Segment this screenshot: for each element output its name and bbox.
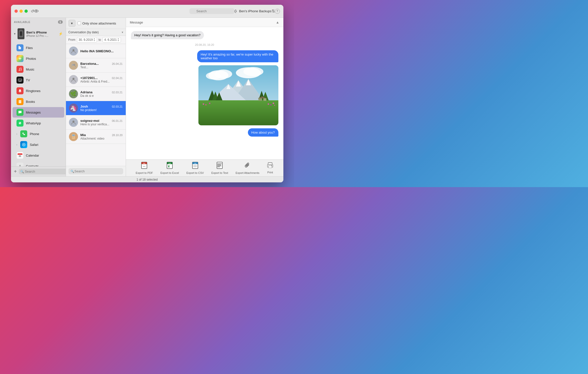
main-content: AVAILABLE 1 ▾ Ben's iPhone iPhone 12 Pro…: [11, 18, 283, 176]
available-count-badge: 1: [58, 20, 63, 24]
svg-point-51: [205, 104, 206, 106]
conv-item-phone[interactable]: +1872901... 02.04.21 Airbnb: Anita & Fre…: [66, 73, 126, 87]
available-label: AVAILABLE: [14, 21, 30, 24]
message-body: Hey! How's it going? Having a good vacat…: [126, 27, 283, 159]
sidebar-item-calendar-label: Calendar: [26, 154, 39, 157]
add-button[interactable]: +: [14, 169, 17, 174]
svg-point-55: [273, 103, 274, 104]
conv-item-mia[interactable]: Mia 28.10.20 Attachment: video: [66, 130, 126, 144]
conv-preview-barcelona: Test...: [80, 66, 123, 69]
conv-search-input[interactable]: [68, 168, 123, 174]
calendar-icon: 21: [16, 152, 23, 159]
chevron-down-icon: ▾: [71, 21, 73, 25]
sidebar: AVAILABLE 1 ▾ Ben's iPhone iPhone 12 Pro…: [11, 18, 66, 176]
msg-image-attachment[interactable]: [198, 65, 278, 125]
print-button[interactable]: Print: [267, 162, 273, 174]
svg-point-11: [19, 70, 20, 71]
sidebar-item-whatsapp-label: WhatsApp: [26, 121, 41, 125]
sidebar-item-contacts[interactable]: Contacts: [12, 161, 64, 166]
sort-button[interactable]: ⇅: [272, 9, 275, 14]
conv-date-phone: 02.04.21: [112, 77, 123, 80]
device-item[interactable]: ▾ Ben's iPhone iPhone 12 Pro –... ⚡: [11, 26, 66, 41]
sidebar-search-input[interactable]: [19, 169, 69, 174]
conv-item-josh[interactable]: 🦄 Josh 02.03.21 No problem!: [66, 101, 126, 115]
ringtones-icon: [16, 87, 23, 94]
conv-search-wrapper: 🔍: [66, 166, 126, 176]
sidebar-item-calendar[interactable]: 21 Calendar: [12, 150, 64, 161]
conv-item-barcelona[interactable]: Barcelona... 26.04.21 Test...: [66, 58, 126, 73]
export-excel-button[interactable]: XLS Export to Excel: [160, 162, 179, 174]
maximize-button[interactable]: [24, 10, 28, 13]
minimize-button[interactable]: [19, 10, 23, 13]
refresh-button[interactable]: ↺: [31, 9, 34, 14]
conv-item-ina[interactable]: Hello INA SIMEONO...: [66, 44, 126, 58]
to-label: to: [98, 38, 101, 42]
conv-top-josh: Josh 02.03.21: [80, 105, 123, 108]
sidebar-footer: + 🔍: [11, 166, 66, 176]
sidebar-item-books[interactable]: Books: [12, 96, 64, 107]
svg-rect-2: [20, 31, 22, 32]
sidebar-item-music[interactable]: Music: [12, 64, 64, 75]
contacts-icon: [16, 163, 23, 166]
conv-top-mia: Mia 28.10.20: [80, 133, 123, 137]
sidebar-item-tv[interactable]: TV TV: [12, 75, 64, 85]
sidebar-item-ringtones[interactable]: Ringtones: [12, 86, 64, 96]
usb-icon: ⚡: [58, 32, 63, 36]
svg-point-25: [72, 78, 74, 80]
conv-avatar-soignez: [69, 118, 78, 127]
conv-preview-mia: Attachment: video: [80, 137, 123, 140]
export-text-button[interactable]: Export to Text: [211, 162, 228, 174]
attachments-checkbox[interactable]: [77, 22, 81, 25]
svg-point-32: [206, 72, 221, 80]
photos-icon: [16, 55, 23, 62]
sidebar-available-header: AVAILABLE 1: [11, 18, 66, 26]
conv-info-soignez: soignez-moi 06.01.21 Here is your verifi…: [80, 119, 123, 126]
conv-item-adriana[interactable]: 🌿 Adriana 02.03.21 Da ok si e: [66, 87, 126, 101]
export-pdf-button[interactable]: PDF ■ ■ ■ Export to PDF: [136, 162, 153, 174]
sidebar-item-photos[interactable]: Photos: [12, 53, 64, 64]
sidebar-item-messages[interactable]: Messages: [12, 107, 64, 118]
svg-point-56: [274, 105, 275, 106]
eye-button[interactable]: [34, 9, 38, 14]
collapse-message-button[interactable]: ▲: [276, 20, 279, 24]
from-date-spinner[interactable]: ▲ ▼: [93, 38, 95, 42]
export-attachments-button[interactable]: Export Attachments: [236, 162, 259, 174]
attachments-toggle[interactable]: Only show attachments: [77, 22, 116, 25]
from-date-input[interactable]: 30. 9.2019 ▲ ▼: [77, 37, 97, 43]
export-pdf-label: Export to PDF: [136, 171, 153, 174]
sidebar-item-phone[interactable]: › Phone: [12, 129, 64, 139]
to-date-spinner[interactable]: ▲ ▼: [117, 38, 119, 42]
window-controls: [14, 10, 28, 13]
sidebar-item-whatsapp[interactable]: WhatsApp: [12, 118, 64, 128]
message-panel: Message ▲ Hey! How's it going? Having a …: [126, 18, 283, 176]
conv-name-adriana: Adriana: [80, 90, 92, 94]
svg-point-52: [209, 103, 210, 104]
conv-sort-bar: Conversation (by date) ▾: [68, 31, 123, 34]
conv-preview-josh: No problem!: [80, 108, 123, 112]
conv-avatar-mia: [69, 132, 78, 141]
svg-rect-72: [217, 162, 222, 169]
messages-icon: [16, 109, 23, 116]
sidebar-item-safari[interactable]: › Safari: [12, 139, 64, 150]
conv-info-ina: Hello INA SIMEONO...: [80, 49, 123, 53]
conv-avatar-barcelona: [69, 61, 78, 70]
close-button[interactable]: [14, 10, 18, 13]
sidebar-item-files[interactable]: Files: [12, 43, 64, 53]
from-date-down[interactable]: ▼: [93, 40, 95, 42]
global-search-input[interactable]: [189, 8, 234, 14]
svg-text:TV: TV: [19, 80, 21, 81]
to-date-down[interactable]: ▼: [117, 40, 119, 42]
from-label: From: [68, 38, 75, 42]
to-date-input[interactable]: 4. 6.2021 ▲ ▼: [102, 37, 121, 43]
device-icon: [17, 28, 24, 39]
msg-bubble-sent-1: Hey! It's amazing so far, we're super lu…: [197, 50, 278, 62]
conv-sort-chevron-icon: ▾: [122, 31, 123, 34]
conv-item-soignez[interactable]: soignez-moi 06.01.21 Here is your verifi…: [66, 115, 126, 130]
conv-dropdown-button[interactable]: ▾: [68, 20, 75, 27]
export-csv-button[interactable]: CSV Export to CSV: [186, 162, 204, 174]
app-window: ↺ 🔍 Ben's iPhone Backups ⇅ ?: [11, 5, 283, 182]
conv-date-mia: 28.10.20: [112, 134, 123, 137]
help-button[interactable]: ?: [275, 9, 280, 14]
backups-button[interactable]: Ben's iPhone Backups: [234, 9, 272, 13]
svg-point-50: [203, 103, 204, 105]
